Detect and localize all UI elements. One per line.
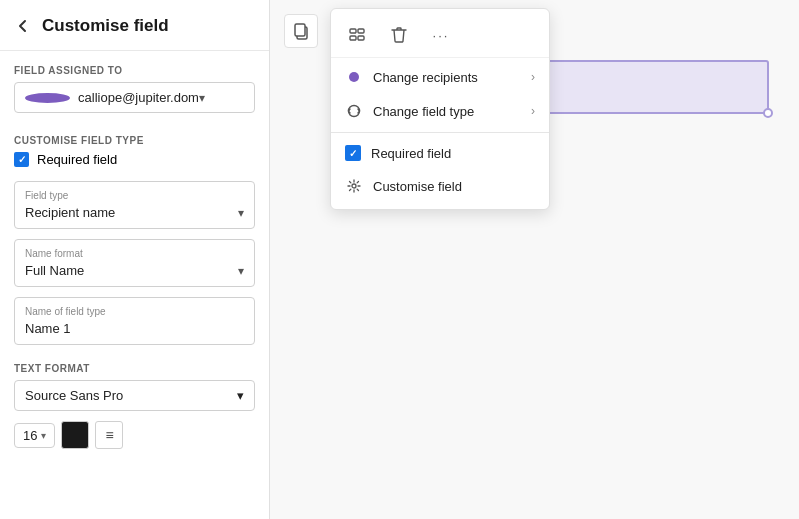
menu-item-change-field-type[interactable]: Change field type › [331,94,549,128]
customise-type-label: CUSTOMISE FIELD TYPE [14,135,255,146]
svg-rect-4 [350,36,356,40]
name-format-label: Name format [25,248,244,259]
name-of-field-input[interactable] [25,321,244,336]
svg-rect-3 [358,29,364,33]
font-name: Source Sans Pro [25,388,123,403]
assigned-dot [25,93,70,103]
field-type-chevron-icon: ▾ [238,206,244,220]
text-format-label: TEXT FORMAT [14,363,255,374]
field-type-value: Recipient name [25,205,115,220]
field-type-label: Field type [25,190,244,201]
field-type-arrow-icon: › [531,104,535,118]
name-format-chevron-icon: ▾ [238,264,244,278]
menu-item-customise-field[interactable]: Customise field [331,169,549,203]
assigned-dropdown[interactable]: calliope@jupiter.dom ▾ [14,82,255,113]
panel-title: Customise field [42,16,169,36]
panel-body: FIELD ASSIGNED TO calliope@jupiter.dom ▾… [0,51,269,519]
svg-rect-1 [295,24,305,36]
font-size-chevron-icon: ▾ [41,430,46,441]
svg-rect-5 [358,36,364,40]
context-menu: ··· Change recipients › Change field typ… [330,8,550,210]
text-align-button[interactable]: ≡ [95,421,123,449]
right-panel: ··· Change recipients › Change field typ… [270,0,799,519]
name-format-value: Full Name [25,263,84,278]
change-recipients-label: Change recipients [373,70,521,85]
change-field-type-label: Change field type [373,104,521,119]
svg-rect-2 [350,29,356,33]
assigned-chevron-icon: ▾ [199,91,244,105]
back-button[interactable] [14,17,32,35]
menu-item-change-recipients[interactable]: Change recipients › [331,60,549,94]
font-color-swatch[interactable] [61,421,89,449]
name-format-value-row[interactable]: Full Name ▾ [25,263,244,278]
context-menu-toolbar: ··· [331,15,549,58]
left-panel: Customise field FIELD ASSIGNED TO callio… [0,0,270,519]
required-field-check-icon: ✓ [345,145,361,161]
name-format-box[interactable]: Name format Full Name ▾ [14,239,255,287]
text-format-section: TEXT FORMAT Source Sans Pro ▾ 16 ▾ ≡ [14,363,255,449]
required-field-menu-label: Required field [371,146,535,161]
font-size-value: 16 [23,428,37,443]
form-icon-button[interactable] [343,21,371,49]
panel-header: Customise field [0,0,269,51]
more-icon-button[interactable]: ··· [427,21,455,49]
font-controls: 16 ▾ ≡ [14,421,255,449]
field-type-value-row[interactable]: Recipient name ▾ [25,205,244,220]
required-checkbox[interactable] [14,152,29,167]
required-label: Required field [37,152,117,167]
recipients-arrow-icon: › [531,70,535,84]
align-icon: ≡ [105,427,113,443]
recipients-dot-icon [345,68,363,86]
copy-button[interactable] [284,14,318,48]
name-of-field-label: Name of field type [25,306,244,317]
menu-divider [331,132,549,133]
name-of-field-box: Name of field type [14,297,255,345]
menu-item-required-field[interactable]: ✓ Required field [331,137,549,169]
more-dots: ··· [433,28,450,43]
svg-point-6 [352,184,356,188]
assigned-email: calliope@jupiter.dom [78,90,199,105]
font-size-select[interactable]: 16 ▾ [14,423,55,448]
font-chevron-icon: ▾ [237,388,244,403]
change-field-type-icon [345,102,363,120]
field-type-box[interactable]: Field type Recipient name ▾ [14,181,255,229]
trash-icon-button[interactable] [385,21,413,49]
customise-field-icon [345,177,363,195]
resize-handle[interactable] [763,108,773,118]
required-row: Required field [14,152,255,167]
field-assigned-label: FIELD ASSIGNED TO [14,65,255,76]
font-dropdown[interactable]: Source Sans Pro ▾ [14,380,255,411]
customise-field-menu-label: Customise field [373,179,535,194]
